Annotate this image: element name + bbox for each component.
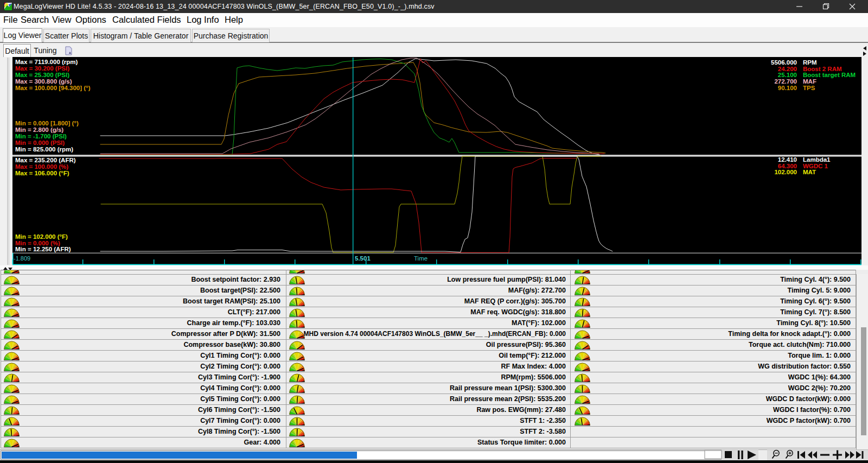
svg-text:Min = 0.000 (%): Min = 0.000 (%): [15, 240, 60, 246]
svg-text:MAT: MAT: [803, 169, 816, 175]
svg-text:24.200: 24.200: [778, 66, 797, 72]
svg-text:Time: Time: [414, 255, 427, 262]
svg-text:12.410: 12.410: [778, 156, 797, 163]
svg-text:TPS: TPS: [803, 85, 815, 91]
svg-text:5.501: 5.501: [355, 255, 371, 262]
svg-text:102.000: 102.000: [774, 169, 797, 175]
svg-text:Boost 2 RAM: Boost 2 RAM: [803, 66, 842, 72]
svg-text:WGDC 1: WGDC 1: [803, 163, 828, 169]
svg-text:Min = 102.000 (°F): Min = 102.000 (°F): [15, 233, 68, 240]
svg-text:Min = 2.800 (g/s): Min = 2.800 (g/s): [15, 126, 63, 133]
svg-text:90.100: 90.100: [778, 85, 797, 91]
svg-text:272.700: 272.700: [774, 78, 797, 85]
svg-text:5506.000: 5506.000: [771, 59, 797, 66]
svg-text:Max = 100.000 [94.300] (°): Max = 100.000 [94.300] (°): [15, 85, 91, 91]
svg-text:Max = 235.200 (AFR): Max = 235.200 (AFR): [15, 157, 76, 163]
svg-text:Min = 12.250 (AFR): Min = 12.250 (AFR): [15, 246, 71, 252]
svg-text:Max = 106.000 (°F): Max = 106.000 (°F): [15, 170, 69, 176]
svg-text:MAF: MAF: [803, 78, 816, 85]
svg-text:Min = 0.000 [1.800] (°): Min = 0.000 [1.800] (°): [15, 120, 79, 126]
svg-text:-1.809: -1.809: [14, 255, 30, 262]
svg-text:RPM: RPM: [803, 59, 817, 66]
svg-text:Max = 30.200 (PSI): Max = 30.200 (PSI): [15, 65, 69, 72]
svg-text:Min = -1.700 (PSI): Min = -1.700 (PSI): [15, 133, 67, 139]
svg-text:Boost target RAM: Boost target RAM: [803, 72, 856, 78]
svg-text:Max = 25.300 (PSI): Max = 25.300 (PSI): [15, 72, 69, 78]
svg-text:25.100: 25.100: [778, 72, 797, 78]
svg-text:Max = 300.800 (g/s): Max = 300.800 (g/s): [15, 78, 72, 85]
svg-text:Max = 100.000 (%): Max = 100.000 (%): [15, 163, 68, 170]
svg-text:Lambda1: Lambda1: [803, 156, 831, 163]
svg-text:64.300: 64.300: [778, 163, 797, 169]
svg-text:Min = 0.000 (PSI): Min = 0.000 (PSI): [15, 139, 65, 146]
svg-text:Max = 7119.000 (rpm): Max = 7119.000 (rpm): [15, 59, 78, 65]
svg-text:Min = 825.000 (rpm): Min = 825.000 (rpm): [15, 146, 73, 153]
